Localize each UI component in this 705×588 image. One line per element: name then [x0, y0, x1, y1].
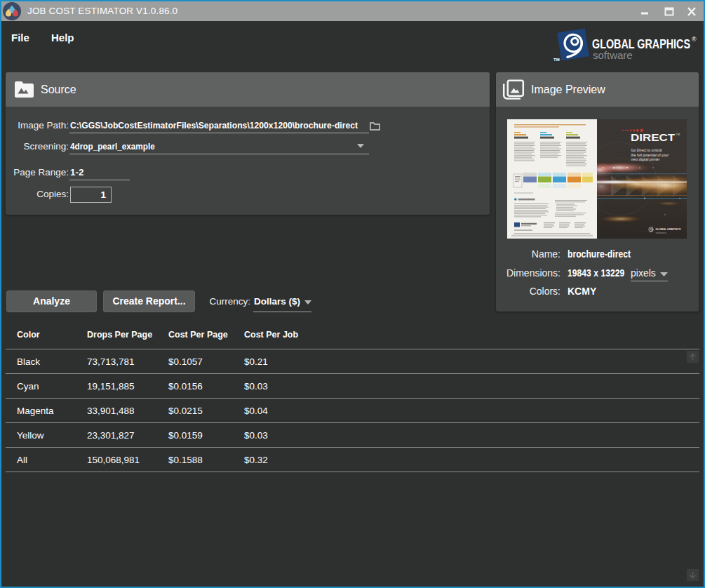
svg-text:DIRECT: DIRECT — [631, 131, 675, 143]
svg-text:next digital printer: next digital printer — [631, 157, 660, 161]
svg-text:TM: TM — [676, 133, 680, 136]
svg-text:the full potential of your: the full potential of your — [631, 153, 669, 157]
svg-text:software: software — [656, 231, 667, 234]
svg-text:TM: TM — [553, 58, 560, 62]
svg-text:®: ® — [692, 36, 697, 43]
svg-text:software: software — [593, 49, 633, 61]
svg-text:Go Direct to unlock: Go Direct to unlock — [631, 148, 663, 152]
